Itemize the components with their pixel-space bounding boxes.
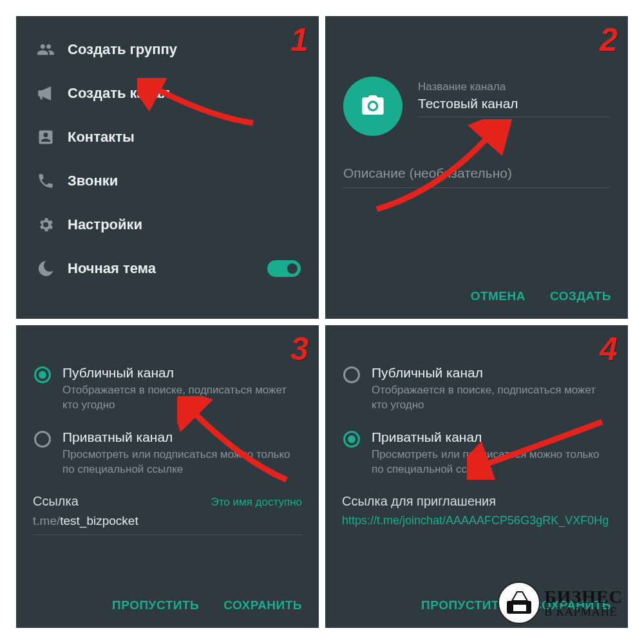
menu-calls[interactable]: Звонки — [19, 159, 316, 203]
radio-private-channel[interactable]: Приватный канал Просмотреть или подписат… — [343, 430, 614, 477]
menu-label: Настройки — [68, 216, 316, 233]
radio-title: Приватный канал — [372, 430, 614, 445]
svg-rect-1 — [513, 605, 526, 611]
create-button[interactable]: СОЗДАТЬ — [550, 289, 611, 303]
menu-settings[interactable]: Настройки — [19, 203, 316, 247]
phone-icon — [37, 172, 68, 190]
menu-contacts[interactable]: Контакты — [19, 115, 316, 159]
invite-link-value[interactable]: https://t.me/joinchat/AAAAAFCP56G3gRK_VX… — [342, 513, 611, 528]
invite-link-label: Ссылка для приглашения — [342, 494, 611, 509]
group-icon — [37, 41, 68, 59]
moon-icon — [37, 260, 68, 278]
night-mode-toggle[interactable] — [267, 260, 301, 277]
radio-icon — [343, 431, 360, 448]
channel-name-label: Название канала — [418, 80, 610, 93]
menu-label: Звонки — [68, 173, 316, 189]
menu-label: Создать канал — [68, 85, 316, 102]
watermark-logo-icon — [498, 582, 540, 624]
radio-description: Отображается в поиске, подписаться может… — [62, 383, 305, 413]
watermark-line2: В КАРМАНЕ — [544, 606, 623, 618]
radio-title: Публичный канал — [62, 365, 305, 381]
radio-description: Просмотреть или подписаться можно только… — [62, 448, 305, 477]
watermark: БИЗНЕС В КАРМАНЕ — [498, 582, 623, 624]
step-number-1: 1 — [290, 21, 308, 59]
step-number-2: 2 — [600, 21, 618, 59]
link-slug: test_bizpocket — [60, 514, 138, 527]
channel-description-input[interactable]: Описание (необязательно) — [343, 166, 610, 188]
megaphone-icon — [37, 84, 68, 102]
menu-label: Создать группу — [68, 41, 316, 58]
panel-1-menu: 1 Создать группу Создать канал Контакты — [16, 16, 319, 319]
link-available-text: Это имя доступно — [211, 496, 302, 509]
radio-description: Просмотреть или подписаться можно только… — [372, 448, 614, 477]
menu-create-channel[interactable]: Создать канал — [19, 71, 316, 115]
radio-icon — [343, 366, 360, 383]
main-menu: Создать группу Создать канал Контакты Зв… — [16, 16, 319, 290]
radio-icon — [34, 366, 51, 383]
menu-create-group[interactable]: Создать группу — [19, 28, 316, 71]
skip-button[interactable]: ПРОПУСТИТЬ — [421, 598, 508, 612]
menu-label: Ночная тема — [68, 260, 267, 277]
skip-button[interactable]: ПРОПУСТИТЬ — [112, 598, 199, 612]
link-label: Ссылка — [33, 494, 79, 509]
channel-photo-button[interactable] — [343, 77, 402, 136]
save-button[interactable]: СОХРАНИТЬ — [223, 598, 302, 612]
gear-icon — [37, 216, 68, 234]
radio-public-channel[interactable]: Публичный канал Отображается в поиске, п… — [34, 365, 305, 413]
menu-night-mode[interactable]: Ночная тема — [19, 247, 316, 290]
radio-description: Отображается в поиске, подписаться может… — [372, 383, 614, 413]
radio-private-channel[interactable]: Приватный канал Просмотреть или подписат… — [34, 430, 305, 477]
channel-name-input[interactable]: Тестовый канал — [418, 96, 610, 117]
camera-icon — [360, 92, 386, 120]
link-prefix: t.me/ — [33, 514, 60, 527]
radio-public-channel[interactable]: Публичный канал Отображается в поиске, п… — [343, 365, 614, 413]
channel-link-input[interactable]: t.me/test_bizpocket — [33, 514, 302, 535]
watermark-line1: БИЗНЕС — [544, 588, 623, 606]
panel-3-public: 3 Публичный канал Отображается в поиске,… — [16, 325, 319, 628]
radio-title: Публичный канал — [372, 365, 614, 381]
contact-icon — [37, 128, 68, 146]
menu-label: Контакты — [68, 129, 316, 146]
cancel-button[interactable]: ОТМЕНА — [471, 289, 526, 303]
panel-2-create-channel: 2 Название канала Тестовый канал Описани… — [325, 16, 628, 319]
radio-icon — [34, 431, 51, 448]
radio-title: Приватный канал — [62, 430, 305, 445]
step-number-3: 3 — [290, 330, 308, 368]
step-number-4: 4 — [600, 330, 618, 368]
